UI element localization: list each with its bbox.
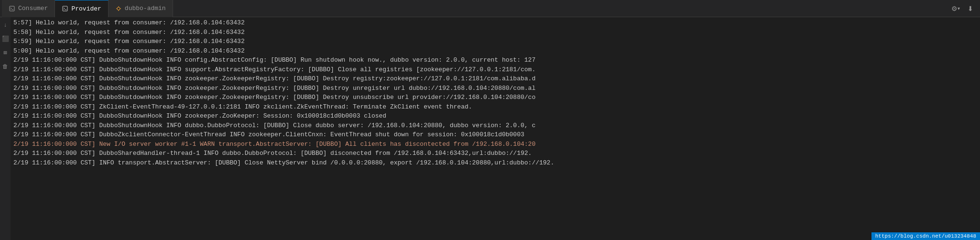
tab-consumer[interactable]: Consumer [2,0,55,17]
dropdown-arrow: ▾ [958,6,960,11]
log-line: 2/19 11:16:00:000 CST] DubboShutdownHook… [13,65,977,75]
log-line: 5:00] Hello world, request from consumer… [13,46,977,56]
log-line: 5:58] Hello world, request from consumer… [13,28,977,37]
sidebar: ↓ ⬛ ⊞ 🗑 [0,17,11,240]
svg-rect-0 [10,6,14,11]
settings-button[interactable]: ⚙ ▾ [948,3,963,14]
bug-icon [115,5,122,12]
gear-icon: ⚙ [951,5,958,12]
tab-bar-actions: ⚙ ▾ ⬇ [948,3,980,14]
tab-dubbo-admin[interactable]: dubbo-admin [109,0,173,17]
log-line: 5:57] Hello world, request from consumer… [13,18,977,28]
log-line: 2/19 11:16:00:000 CST] ZkClient-EventThr… [13,102,977,112]
sidebar-icon-4[interactable]: 🗑 [1,62,9,71]
svg-rect-2 [63,6,67,11]
log-line: 2/19 11:16:00:000 CST] INFO transport.Ab… [13,158,977,168]
log-line: 2/19 11:16:00:000 CST] DubboShutdownHook… [13,84,977,93]
sidebar-icon-1[interactable]: ↓ [2,21,8,30]
log-line: 2/19 11:16:00:000 CST] DubboSharedHandle… [13,149,977,158]
log-line: 2/19 11:16:00:000 CST] DubboShutdownHook… [13,121,977,131]
tab-consumer-label: Consumer [18,5,48,12]
download-icon: ⬇ [968,5,973,12]
status-bar-text: https://blog.csdn.net/u013234848 [875,233,976,239]
log-line: 2/19 11:16:00:000 CST] DubboShutdownHook… [13,111,977,121]
log-line: 2/19 11:16:00:000 CST] DubboShutdownHook… [13,55,977,65]
status-bar: https://blog.csdn.net/u013234848 [871,232,980,240]
log-line: 2/19 11:16:00:000 CST] DubboZkclientConn… [13,130,977,140]
terminal-output: 5:57] Hello world, request from consumer… [11,17,980,240]
download-button[interactable]: ⬇ [965,3,976,14]
log-lines: 5:57] Hello world, request from consumer… [13,18,977,167]
sidebar-icon-2[interactable]: ⬛ [1,34,10,44]
terminal-icon-2 [62,5,68,12]
log-line: 2/19 11:16:00:000 CST] DubboShutdownHook… [13,74,977,84]
tab-provider[interactable]: Provider [55,0,108,17]
tab-dubbo-admin-label: dubbo-admin [125,5,166,12]
log-line: 2/19 11:16:00:000 CST] New I/O server wo… [13,140,977,149]
tab-provider-label: Provider [71,5,101,12]
tab-bar: Consumer Provider dubbo-admin ⚙ ▾ [0,0,980,17]
log-line: 5:59] Hello world, request from consumer… [13,37,977,46]
sidebar-icon-3[interactable]: ⊞ [2,48,8,57]
svg-point-4 [117,7,120,10]
terminal-icon [9,5,15,12]
log-line: 2/19 11:16:00:000 CST] DubboShutdownHook… [13,93,977,102]
